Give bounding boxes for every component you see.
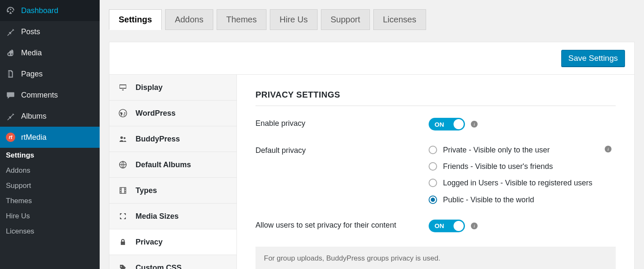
snav-label: BuddyPress <box>136 135 180 144</box>
lock-icon <box>118 237 128 247</box>
settings-side-nav: Display WordPress BuddyPress Default Alb… <box>109 75 237 269</box>
menu-label: Posts <box>21 27 40 36</box>
snav-display[interactable]: Display <box>109 75 236 101</box>
radio-icon[interactable] <box>429 162 437 171</box>
default-privacy-options: i Private - Visible only to the user Fri… <box>429 145 616 205</box>
info-icon[interactable]: i <box>471 121 478 128</box>
enable-privacy-toggle[interactable]: ON <box>429 118 465 130</box>
privacy-option-friends[interactable]: Friends - Visible to user's friends <box>429 161 616 172</box>
submenu-hireus[interactable]: Hire Us <box>0 209 100 224</box>
tab-support[interactable]: Support <box>321 9 370 30</box>
rtmedia-icon: rt <box>5 132 16 143</box>
menu-label: Pages <box>21 70 43 79</box>
snav-label: Privacy <box>136 238 163 247</box>
privacy-option-private[interactable]: Private - Visible only to the user <box>429 145 616 155</box>
tab-licenses[interactable]: Licenses <box>373 9 426 30</box>
tab-settings[interactable]: Settings <box>109 9 162 30</box>
tab-hireus[interactable]: Hire Us <box>270 9 318 30</box>
svg-point-0 <box>119 109 127 117</box>
radio-icon[interactable] <box>429 196 437 204</box>
admin-sidebar: Dashboard Posts Media Pages Comments Alb… <box>0 0 100 269</box>
pages-icon <box>5 68 16 79</box>
allow-user-privacy-toggle[interactable]: ON <box>429 220 465 232</box>
menu-dashboard[interactable]: Dashboard <box>0 0 100 21</box>
submenu-support[interactable]: Support <box>0 178 100 193</box>
privacy-option-loggedin[interactable]: Logged in Users - Visible to registered … <box>429 178 616 188</box>
svg-rect-4 <box>120 187 126 193</box>
option-label: Friends - Visible to user's friends <box>443 161 553 172</box>
menu-posts[interactable]: Posts <box>0 21 100 42</box>
menu-label: Media <box>21 49 42 57</box>
wordpress-icon <box>118 108 128 118</box>
tab-themes[interactable]: Themes <box>217 9 266 30</box>
option-label: Public - Visible to the world <box>443 195 534 205</box>
menu-label: Comments <box>21 91 58 100</box>
snav-custom-css[interactable]: Custom CSS <box>109 255 236 269</box>
content-heading: PRIVACY SETTINGS <box>255 90 616 106</box>
pin-icon <box>5 111 16 122</box>
menu-media[interactable]: Media <box>0 42 100 63</box>
svg-text:i: i <box>607 147 609 152</box>
svg-point-1 <box>120 136 123 139</box>
panel-body: Display WordPress BuddyPress Default Alb… <box>109 75 634 269</box>
snav-label: WordPress <box>136 109 176 118</box>
default-privacy-label: Default privacy <box>255 145 429 205</box>
menu-pages[interactable]: Pages <box>0 63 100 84</box>
menu-label: Albums <box>21 112 46 121</box>
row-enable-privacy: Enable privacy ON i <box>255 118 616 130</box>
menu-albums[interactable]: Albums <box>0 106 100 127</box>
film-icon <box>118 185 128 196</box>
submenu-addons[interactable]: Addons <box>0 163 100 178</box>
tab-addons[interactable]: Addons <box>165 9 213 30</box>
svg-text:i: i <box>473 223 475 228</box>
tag-icon <box>118 263 128 269</box>
snav-types[interactable]: Types <box>109 178 236 204</box>
svg-point-2 <box>124 137 126 139</box>
privacy-option-public[interactable]: Public - Visible to the world <box>429 195 616 205</box>
toggle-knob <box>454 119 464 129</box>
toggle-text: ON <box>435 222 444 229</box>
submenu-licenses[interactable]: Licenses <box>0 224 100 239</box>
submenu-settings[interactable]: Settings <box>0 148 100 163</box>
snav-buddypress[interactable]: BuddyPress <box>109 126 236 152</box>
info-icon[interactable]: i <box>471 223 478 229</box>
main-content: Settings Addons Themes Hire Us Support L… <box>100 0 644 269</box>
radio-icon[interactable] <box>429 179 437 187</box>
svg-text:i: i <box>473 122 475 127</box>
toggle-text: ON <box>435 121 444 128</box>
snav-label: Display <box>136 83 163 92</box>
save-settings-button[interactable]: Save Settings <box>561 50 625 67</box>
radio-icon[interactable] <box>429 146 437 154</box>
snav-media-sizes[interactable]: Media Sizes <box>109 204 236 229</box>
menu-comments[interactable]: Comments <box>0 84 100 106</box>
snav-label: Default Albums <box>136 160 191 169</box>
menu-label: rtMedia <box>21 133 46 142</box>
menu-label: Dashboard <box>21 6 58 15</box>
submenu-themes[interactable]: Themes <box>0 193 100 209</box>
group-icon <box>118 134 128 144</box>
globe-icon <box>118 160 128 170</box>
row-default-privacy: Default privacy i Private - Visible only… <box>255 145 616 205</box>
allow-user-privacy-label: Allow users to set privacy for their con… <box>255 220 429 232</box>
info-icon[interactable]: i <box>605 146 611 152</box>
privacy-note: For group uploads, BuddyPress groups pri… <box>255 247 616 269</box>
settings-content: PRIVACY SETTINGS Enable privacy ON i Def… <box>237 75 634 269</box>
panel-actions: Save Settings <box>109 42 634 75</box>
snav-wordpress[interactable]: WordPress <box>109 101 236 126</box>
enable-privacy-label: Enable privacy <box>255 118 429 130</box>
media-icon <box>5 47 16 58</box>
allow-user-privacy-value: ON i <box>429 220 616 232</box>
enable-privacy-value: ON i <box>429 118 616 130</box>
menu-rtmedia[interactable]: rt rtMedia <box>0 127 100 148</box>
snav-privacy[interactable]: Privacy <box>109 229 236 255</box>
snav-label: Media Sizes <box>136 212 179 221</box>
toggle-knob <box>454 221 464 231</box>
row-allow-user-privacy: Allow users to set privacy for their con… <box>255 220 616 232</box>
snav-default-albums[interactable]: Default Albums <box>109 152 236 178</box>
settings-panel: Save Settings Display WordPress BuddyPre… <box>109 42 635 269</box>
option-label: Logged in Users - Visible to registered … <box>443 178 592 188</box>
expand-icon <box>118 211 128 221</box>
snav-label: Custom CSS <box>136 264 182 269</box>
top-tabs: Settings Addons Themes Hire Us Support L… <box>100 0 644 30</box>
option-label: Private - Visible only to the user <box>443 145 550 155</box>
